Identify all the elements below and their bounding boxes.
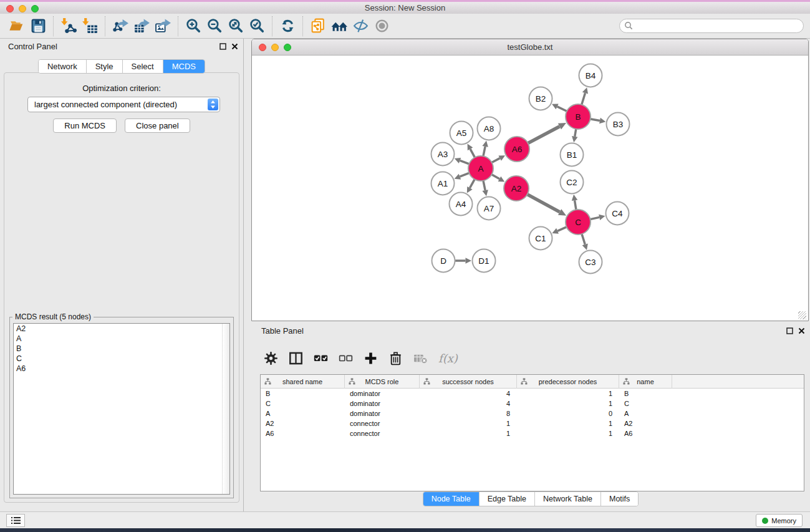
close-table-panel-icon[interactable] (798, 327, 805, 334)
home-icon[interactable] (329, 16, 350, 36)
zoom-fit-icon[interactable] (225, 16, 246, 36)
graph-node-C1[interactable]: C1 (529, 227, 552, 250)
duplicate-network-icon[interactable] (307, 16, 329, 36)
show-columns-icon[interactable] (289, 351, 303, 365)
graph-node-A3[interactable]: A3 (432, 143, 455, 166)
graph-node-C4[interactable]: C4 (606, 202, 629, 225)
graph-node-A8[interactable]: A8 (478, 117, 501, 140)
column-header-MCDS-role[interactable]: MCDS role (345, 375, 420, 389)
zoom-in-icon[interactable] (183, 16, 204, 36)
graph-node-B2[interactable]: B2 (529, 87, 552, 110)
cell[interactable]: 1 (517, 399, 619, 409)
column-header-name[interactable]: name (619, 375, 672, 389)
memory-button[interactable]: Memory (756, 514, 803, 527)
delete-column-icon[interactable] (388, 351, 403, 365)
cell[interactable]: dominator (345, 399, 420, 409)
table-row-c[interactable]: Cdominator41C (261, 399, 804, 409)
table-settings-icon[interactable] (264, 351, 278, 365)
table-row-a[interactable]: Adominator80A (261, 409, 804, 418)
network-canvas[interactable]: B4B2BB3A5A8A6A3B1AC2A1A2A4A7C4CC1DD1C3 (253, 56, 808, 321)
table-row-a2[interactable]: A2connector11A2 (261, 418, 804, 428)
export-table-icon[interactable] (131, 16, 152, 36)
delete-table-icon[interactable] (413, 351, 428, 365)
cell[interactable]: 1 (517, 418, 619, 428)
save-session-icon[interactable] (27, 16, 49, 36)
graph-node-A[interactable]: A (468, 156, 493, 181)
cell[interactable]: A6 (261, 428, 345, 438)
result-item-a[interactable]: A (14, 334, 229, 344)
cell[interactable]: B (619, 389, 672, 399)
tab-style[interactable]: Style (87, 60, 123, 73)
cell[interactable]: 1 (517, 389, 619, 399)
cell[interactable]: C (261, 399, 345, 409)
graph-node-A4[interactable]: A4 (450, 193, 473, 216)
cell[interactable]: B (261, 389, 345, 399)
optimization-criterion-select[interactable]: largest connected component (directed) (27, 97, 220, 112)
cell[interactable]: connector (345, 418, 420, 428)
hide-selected-icon[interactable] (350, 16, 371, 36)
import-table-icon[interactable] (79, 16, 100, 36)
float-panel-icon[interactable] (219, 43, 226, 50)
close-panel-icon[interactable] (231, 43, 238, 50)
table-row-a6[interactable]: A6connector11A6 (261, 428, 804, 438)
cell[interactable]: A2 (261, 418, 345, 428)
import-network-icon[interactable] (58, 16, 79, 36)
tab-select[interactable]: Select (123, 60, 163, 73)
result-item-b[interactable]: B (14, 344, 229, 354)
cell[interactable]: dominator (345, 389, 420, 399)
graph-node-A2[interactable]: A2 (504, 176, 529, 201)
float-table-panel-icon[interactable] (786, 327, 793, 334)
cell[interactable]: C (619, 399, 672, 409)
result-item-c[interactable]: C (14, 354, 229, 364)
cell[interactable]: 8 (420, 409, 517, 418)
column-header-predecessor-nodes[interactable]: predecessor nodes (517, 375, 619, 389)
close-panel-button[interactable]: Close panel (125, 118, 190, 133)
show-all-icon[interactable] (371, 16, 392, 36)
zoom-selected-icon[interactable] (246, 16, 268, 36)
cell[interactable]: 4 (420, 389, 517, 399)
graph-node-C3[interactable]: C3 (579, 251, 602, 274)
deselect-all-icon[interactable] (339, 351, 353, 365)
cell[interactable]: 1 (517, 428, 619, 438)
graph-node-A7[interactable]: A7 (478, 197, 501, 220)
tab-network-table[interactable]: Network Table (535, 492, 601, 506)
tab-node-table[interactable]: Node Table (423, 492, 480, 506)
run-mcds-button[interactable]: Run MCDS (53, 118, 117, 133)
cell[interactable]: dominator (345, 409, 420, 418)
cell[interactable]: connector (345, 428, 420, 438)
result-item-a6[interactable]: A6 (14, 364, 229, 374)
graph-node-D[interactable]: D (432, 249, 455, 273)
graph-node-A1[interactable]: A1 (432, 172, 455, 195)
cell[interactable]: 1 (420, 418, 517, 428)
graph-node-A5[interactable]: A5 (450, 122, 473, 145)
tab-edge-table[interactable]: Edge Table (480, 492, 535, 506)
graph-node-B[interactable]: B (566, 104, 591, 129)
search-input[interactable] (619, 19, 804, 33)
graph-node-B3[interactable]: B3 (607, 113, 630, 136)
tab-mcds[interactable]: MCDS (163, 60, 205, 73)
resize-grip-icon[interactable] (798, 311, 806, 319)
zoom-out-icon[interactable] (204, 16, 225, 36)
table-row-b[interactable]: Bdominator41B (261, 389, 804, 399)
open-session-icon[interactable] (6, 16, 27, 36)
cell[interactable]: 1 (420, 428, 517, 438)
create-column-icon[interactable] (364, 351, 378, 365)
graph-node-D1[interactable]: D1 (473, 249, 496, 273)
cell[interactable]: 0 (517, 409, 619, 418)
column-header-successor-nodes[interactable]: successor nodes (420, 375, 517, 389)
result-scrollbar[interactable] (222, 324, 229, 494)
graph-node-B1[interactable]: B1 (561, 143, 584, 167)
refresh-icon[interactable] (277, 16, 298, 36)
task-history-button[interactable] (6, 514, 25, 527)
cell[interactable]: A6 (619, 428, 672, 438)
export-image-icon[interactable] (152, 16, 173, 36)
column-header-shared-name[interactable]: shared name (261, 375, 345, 389)
export-network-icon[interactable] (110, 16, 131, 36)
result-item-a2[interactable]: A2 (14, 324, 229, 334)
select-all-icon[interactable] (314, 351, 328, 365)
cell[interactable]: A (261, 409, 345, 418)
graph-node-C[interactable]: C (566, 210, 591, 235)
cell[interactable]: 4 (420, 399, 517, 409)
graph-node-B4[interactable]: B4 (579, 64, 602, 87)
tab-network[interactable]: Network (39, 60, 87, 73)
